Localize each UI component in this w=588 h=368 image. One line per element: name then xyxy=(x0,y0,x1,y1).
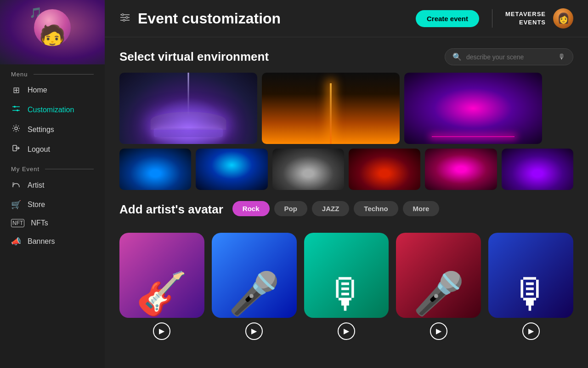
environment-card-8[interactable] xyxy=(425,149,497,190)
content-area: Select virtual environment 🔍 🎙 xyxy=(105,37,588,368)
home-icon: ⊞ xyxy=(11,85,21,95)
artist-image-5[interactable]: 🎙 xyxy=(488,233,573,318)
genre-tab-pop[interactable]: Pop xyxy=(274,201,307,216)
play-button-5[interactable]: ▶ xyxy=(522,322,540,340)
artist-figure-4: 🎤 xyxy=(413,270,464,318)
sidebar-label-customization: Customization xyxy=(28,106,74,114)
search-input[interactable] xyxy=(466,53,554,61)
user-avatar[interactable]: 👩 xyxy=(553,8,573,29)
brand-line2: EVENTS xyxy=(519,19,546,26)
sidebar-label-nfts: NFTs xyxy=(31,219,48,227)
sidebar-item-banners[interactable]: 📣 Banners xyxy=(0,232,105,251)
environment-section-header: Select virtual environment 🔍 🎙 xyxy=(119,48,573,65)
sidebar-avatar: 🎵 🧑 xyxy=(27,5,78,60)
mic-icon[interactable]: 🎙 xyxy=(558,53,565,61)
artist-figure-1: 🎸 xyxy=(136,270,187,318)
environment-card-6[interactable] xyxy=(272,149,344,190)
svg-point-4 xyxy=(15,127,17,130)
sidebar-item-logout[interactable]: Logout xyxy=(0,139,105,159)
menu-divider xyxy=(34,74,94,75)
scene-search-bar: 🔍 🎙 xyxy=(445,48,573,65)
logout-icon xyxy=(11,144,21,155)
sidebar-label-store: Store xyxy=(28,201,45,209)
banners-icon: 📣 xyxy=(11,236,21,247)
sidebar: 🎵 🧑 Menu ⊞ Home Customization xyxy=(0,0,105,368)
sidebar-item-customization[interactable]: Customization xyxy=(0,100,105,120)
customization-icon xyxy=(11,104,21,115)
artist-figure-3: 🎙 xyxy=(326,270,367,318)
play-button-3[interactable]: ▶ xyxy=(338,322,355,340)
svg-point-15 xyxy=(123,19,125,21)
sidebar-label-banners: Banners xyxy=(28,237,55,246)
my-event-label-group: My Event xyxy=(0,159,105,175)
artist-icon xyxy=(11,180,21,190)
environment-grid-top xyxy=(119,73,573,144)
environment-card-2[interactable] xyxy=(262,73,400,144)
search-icon: 🔍 xyxy=(452,52,462,61)
page-header: Event customization Create event METAVER… xyxy=(105,0,588,37)
my-event-divider xyxy=(45,169,94,169)
sidebar-label-home: Home xyxy=(28,86,47,94)
main-content: Event customization Create event METAVER… xyxy=(105,0,588,368)
svg-point-1 xyxy=(14,106,16,108)
store-icon: 🛒 xyxy=(11,200,21,210)
play-button-2[interactable]: ▶ xyxy=(245,322,263,340)
artist-figure-5: 🎙 xyxy=(510,270,552,318)
sidebar-item-store[interactable]: 🛒 Store xyxy=(0,195,105,214)
sidebar-item-home[interactable]: ⊞ Home xyxy=(0,80,105,100)
filter-icon[interactable] xyxy=(119,13,130,24)
artist-card-1: 🎸 ▶ xyxy=(119,233,204,340)
artist-card-3: 🎙 ▶ xyxy=(304,233,389,340)
artist-image-3[interactable]: 🎙 xyxy=(304,233,389,318)
environment-card-3[interactable] xyxy=(404,73,542,144)
play-button-4[interactable]: ▶ xyxy=(430,322,447,340)
environment-card-1[interactable] xyxy=(119,73,257,144)
artist-image-1[interactable]: 🎸 xyxy=(119,233,204,318)
artist-card-5: 🎙 ▶ xyxy=(488,233,573,340)
svg-point-13 xyxy=(122,14,124,16)
avatar-title: Add artist's avatar xyxy=(119,202,223,217)
genre-tab-jazz[interactable]: JAZZ xyxy=(312,201,350,216)
artist-image-2[interactable]: 🎤 xyxy=(212,233,297,318)
settings-icon xyxy=(11,124,21,135)
avatar-circle: 🧑 xyxy=(34,9,71,46)
genre-tab-techno[interactable]: Techno xyxy=(354,201,398,216)
svg-point-14 xyxy=(126,17,128,18)
create-event-button[interactable]: Create event xyxy=(416,10,479,27)
genre-tab-rock[interactable]: Rock xyxy=(232,201,270,216)
nft-icon: NFT xyxy=(11,219,24,227)
environment-card-5[interactable] xyxy=(196,149,267,190)
avatars-grid: 🎸 ▶ 🎤 ▶ 🎙 ▶ xyxy=(119,233,573,340)
page-title: Event customization xyxy=(138,10,408,27)
artist-card-2: 🎤 ▶ xyxy=(212,233,297,340)
play-button-1[interactable]: ▶ xyxy=(153,322,170,340)
sidebar-item-settings[interactable]: Settings xyxy=(0,120,105,139)
brand-name: METAVERSE EVENTS xyxy=(505,10,546,27)
environment-card-7[interactable] xyxy=(349,149,420,190)
sidebar-label-artist: Artist xyxy=(28,181,44,190)
avatar-section-top: Add artist's avatar Rock Pop JAZZ Techno… xyxy=(119,201,573,225)
avatar-section: Add artist's avatar Rock Pop JAZZ Techno… xyxy=(119,201,573,340)
environment-card-4[interactable] xyxy=(119,149,191,190)
sidebar-hero: 🎵 🧑 xyxy=(0,0,105,64)
my-event-text: My Event xyxy=(11,166,40,172)
sidebar-item-nfts[interactable]: NFT NFTs xyxy=(0,214,105,232)
svg-point-3 xyxy=(17,109,18,111)
header-divider xyxy=(492,9,492,28)
environment-card-9[interactable] xyxy=(502,149,573,190)
genre-tabs: Rock Pop JAZZ Techno More xyxy=(232,201,440,216)
menu-text: Menu xyxy=(11,71,28,78)
environment-grid-bottom xyxy=(119,149,573,190)
spotlight xyxy=(188,73,189,115)
artist-image-4[interactable]: 🎤 xyxy=(396,233,481,318)
artist-figure-2: 🎤 xyxy=(228,270,280,318)
genre-tab-more[interactable]: More xyxy=(403,201,440,216)
sidebar-item-artist[interactable]: Artist xyxy=(0,175,105,195)
menu-label-group: Menu xyxy=(0,64,105,80)
user-avatar-figure: 👩 xyxy=(557,12,570,24)
sidebar-label-logout: Logout xyxy=(28,145,50,154)
artist-card-4: 🎤 ▶ xyxy=(396,233,481,340)
environment-title: Select virtual environment xyxy=(119,50,269,64)
hero-figure: 🧑 xyxy=(39,26,66,46)
sidebar-label-settings: Settings xyxy=(28,126,54,134)
